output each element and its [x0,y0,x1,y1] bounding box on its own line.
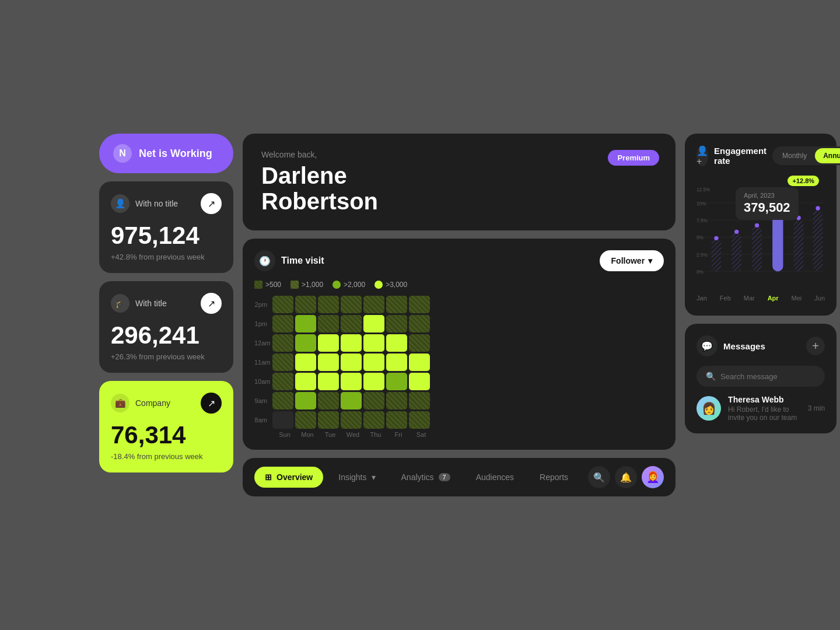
arrow-button-1[interactable]: ↗ [201,293,222,314]
heatmap-cell [363,373,384,390]
stat-label-0: With no title [135,199,178,208]
follower-filter-button[interactable]: Follower ▾ [600,250,664,271]
heatmap-day-label: Fri [388,431,409,438]
left-column: N Net is Working 👤 With no title ↗ 975,1… [99,134,233,473]
right-column: 👤+ Engagement rate Monthly Annually ··· … [685,134,836,433]
heatmap-cell [295,315,316,332]
welcome-name: DarleneRobertson [261,163,657,214]
growth-badge: +12.8% [788,176,819,186]
heatmap-day-label: Tue [320,431,341,438]
messages-icon: 💬 [696,335,718,356]
heatmap-time-label: 1pm [254,320,271,327]
toggle-annually[interactable]: Annually [815,148,840,163]
svg-point-13 [714,236,718,240]
legend-color-1 [290,281,299,289]
legend-label-1: >1,000 [302,281,323,289]
nav-item-analytics[interactable]: Analytics 7 [391,467,461,488]
legend-label-0: >500 [265,281,281,289]
legend-label-3: >3,000 [386,281,407,289]
heatmap-cell [272,296,293,313]
bell-icon: 🔔 [620,472,632,483]
heatmap-legend: >500 >1,000 >2,000 >3,000 [254,281,664,289]
overview-icon: ⊞ [265,473,272,482]
heatmap-cell [341,373,362,390]
heatmap-cell [386,315,407,332]
heatmap-cell [386,373,407,390]
analytics-badge: 7 [439,473,450,481]
notification-icon-button[interactable]: 🔔 [615,466,637,488]
svg-point-15 [734,230,738,234]
tooltip-date: April, 2023 [744,192,790,199]
heatmap-cell [295,354,316,371]
heatmap-cell [386,296,407,313]
stat-change-2: -18.4% from previous week [111,452,222,461]
nav-item-reports[interactable]: Reports [529,467,579,488]
heatmap-cell [272,411,293,429]
message-time-0: 3 min [808,404,825,412]
nav-label-audiences: Audiences [476,473,514,482]
messages-card: 💬 Messages + 🔍 👩 Theresa Webb Hi Robert,… [685,324,836,433]
heatmap-cell [341,334,362,352]
svg-text:0%: 0% [696,270,704,275]
bar-chart: +12.8% 0% 2.5% 5% 7.5% 10% 12.5% [696,176,825,292]
nav-item-overview[interactable]: ⊞ Overview [254,467,323,488]
heatmap-row: 12am [254,334,664,352]
heatmap-row: 10am [254,373,664,390]
heatmap-cell [318,411,339,429]
search-icon-button[interactable]: 🔍 [588,466,610,488]
search-message-input[interactable] [720,372,818,381]
engagement-title: Engagement rate [714,146,766,166]
message-item-0[interactable]: 👩 Theresa Webb Hi Robert, I'd like to in… [696,395,825,422]
add-message-button[interactable]: + [806,337,825,355]
time-visit-card: 🕐 Time visit Follower ▾ >500 >1,000 [243,239,676,450]
heatmap-cell [272,373,293,390]
nav-label-insights: Insights [338,473,366,482]
brand-logo-icon: N [113,144,132,163]
stat-value-0: 975,124 [111,223,222,248]
nav-label-reports: Reports [540,473,568,482]
tooltip-value: 379,502 [744,200,790,215]
bottom-nav: ⊞ Overview Insights ▾ Analytics 7 Audien… [243,458,676,496]
chevron-down-icon: ▾ [648,256,652,265]
heatmap-cell [409,411,430,429]
stat-label-1: With title [135,299,167,308]
follower-label: Follower [611,256,645,265]
svg-point-17 [755,223,759,228]
engagement-card: 👤+ Engagement rate Monthly Annually ··· … [685,134,836,316]
user-avatar[interactable]: 👩‍🦰 [642,466,664,488]
heatmap-time-label: 11am [254,359,271,366]
heatmap-cell [386,411,407,429]
stat-card-company: 💼 Company ↗ 76,314 -18.4% from previous … [99,381,233,473]
toggle-monthly[interactable]: Monthly [774,148,815,163]
legend-item-3: >3,000 [374,281,407,289]
nav-item-audiences[interactable]: Audiences [466,467,524,488]
nav-item-insights[interactable]: Insights ▾ [328,467,386,488]
svg-rect-16 [752,226,762,271]
x-label-jan: Jan [696,295,707,302]
heatmap-cell [409,334,430,352]
search-icon: 🔍 [593,472,605,483]
heatmap-row: 1pm [254,315,664,332]
arrow-button-0[interactable]: ↗ [201,193,222,214]
heatmap-cell [295,373,316,390]
heatmap-cell [318,354,339,371]
search-message-box[interactable]: 🔍 [696,366,825,387]
svg-text:12.5%: 12.5% [696,187,710,192]
legend-item-1: >1,000 [290,281,323,289]
heatmap-cell [363,392,384,410]
chevron-down-icon-insights: ▾ [372,473,376,482]
brand-button[interactable]: N Net is Working [99,134,233,173]
heatmap-cell [341,392,362,410]
stat-card-no-title: 👤 With no title ↗ 975,124 +42.8% from pr… [99,181,233,273]
heatmap-cell [272,354,293,371]
heatmap-cell [318,296,339,313]
dashboard: N Net is Working 👤 With no title ↗ 975,1… [99,134,741,496]
x-label-mar: Mar [744,295,755,302]
message-sender-0: Theresa Webb [728,395,801,404]
arrow-button-2[interactable]: ↗ [201,393,222,414]
heatmap-time-label: 9am [254,397,271,404]
legend-color-3 [374,281,383,289]
stat-change-1: +26.3% from previous week [111,352,222,361]
legend-color-0 [254,281,262,289]
heatmap-row: 2pm [254,296,664,313]
